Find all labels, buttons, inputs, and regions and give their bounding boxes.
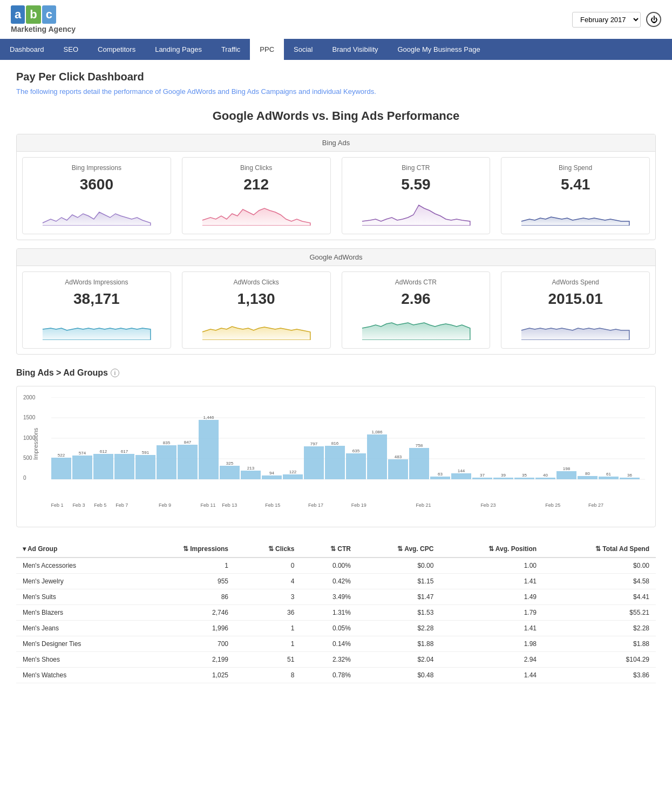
svg-rect-45 xyxy=(472,478,492,479)
cell-ctr: 3.49% xyxy=(301,589,357,605)
svg-text:325: 325 xyxy=(226,461,234,466)
main-content: Pay Per Click Dashboard The following re… xyxy=(0,60,672,694)
svg-rect-25 xyxy=(262,475,282,479)
cell-ctr: 0.42% xyxy=(301,574,357,589)
adwords-impressions-value: 38,171 xyxy=(31,290,162,308)
x-axis-labels: Feb 1 Feb 3 Feb 5 Feb 7 Feb 9 Feb 11 Feb… xyxy=(46,502,650,508)
svg-text:35: 35 xyxy=(522,473,527,478)
col-group[interactable]: ▾ Ad Group xyxy=(16,541,137,558)
bar-chart-title: Bing Ads > Ad Groups i xyxy=(16,368,656,378)
cell-clicks: 1 xyxy=(235,621,301,636)
svg-rect-13 xyxy=(135,455,155,479)
bing-ctr-sparkline xyxy=(350,199,482,226)
col-position[interactable]: ⇅ Avg. Position xyxy=(440,541,543,558)
company-name: Marketing Agency xyxy=(11,25,76,33)
bing-section-header: Bing Ads xyxy=(17,134,655,152)
cell-group: Men's Watches xyxy=(16,668,137,683)
svg-text:36: 36 xyxy=(627,473,632,478)
bing-impressions-label: Bing Impressions xyxy=(31,164,162,172)
nav-competitors[interactable]: Competitors xyxy=(88,39,145,60)
col-spend[interactable]: ⇅ Total Ad Spend xyxy=(543,541,656,558)
svg-rect-37 xyxy=(388,459,408,479)
header-right: February 2017 ⏻ xyxy=(572,12,661,28)
cell-cpc: $2.04 xyxy=(357,652,440,668)
bing-section: Bing Ads Bing Impressions 3600 Bing Clic… xyxy=(16,134,656,240)
cell-position: 1.00 xyxy=(440,558,543,574)
col-impressions[interactable]: ⇅ Impressions xyxy=(137,541,235,558)
cell-group: Men's Accessories xyxy=(16,558,137,574)
cell-spend: $1.88 xyxy=(543,636,656,652)
logo-letter-c: c xyxy=(42,5,56,24)
power-button[interactable]: ⏻ xyxy=(646,12,661,27)
cell-clicks: 0 xyxy=(235,558,301,574)
adwords-clicks-label: AdWords Clicks xyxy=(191,278,322,286)
adwords-impressions-label: AdWords Impressions xyxy=(31,278,162,286)
cell-ctr: 2.32% xyxy=(301,652,357,668)
svg-text:213: 213 xyxy=(247,466,255,471)
cell-group: Men's Jewelry xyxy=(16,574,137,589)
col-cpc[interactable]: ⇅ Avg. CPC xyxy=(357,541,440,558)
svg-text:39: 39 xyxy=(501,473,506,478)
cell-spend: $0.00 xyxy=(543,558,656,574)
nav-seo[interactable]: SEO xyxy=(54,39,88,60)
svg-text:847: 847 xyxy=(184,440,192,445)
cell-clicks: 8 xyxy=(235,668,301,683)
bing-impressions-sparkline xyxy=(31,199,162,226)
table-row: Men's Jeans 1,996 1 0.05% $2.28 1.41 $2.… xyxy=(16,621,656,636)
cell-position: 1.49 xyxy=(440,589,543,605)
cell-spend: $55.21 xyxy=(543,605,656,621)
cell-position: 1.79 xyxy=(440,605,543,621)
cell-clicks: 3 xyxy=(235,589,301,605)
nav-social[interactable]: Social xyxy=(284,39,322,60)
info-icon[interactable]: i xyxy=(111,369,119,377)
nav-ppc[interactable]: PPC xyxy=(250,39,284,60)
adwords-ctr-value: 2.96 xyxy=(350,290,482,308)
svg-rect-23 xyxy=(241,471,261,479)
svg-rect-5 xyxy=(51,458,71,479)
svg-rect-59 xyxy=(620,478,640,479)
bing-spend-label: Bing Spend xyxy=(510,164,641,172)
col-ctr[interactable]: ⇅ CTR xyxy=(301,541,357,558)
nav-landing-pages[interactable]: Landing Pages xyxy=(145,39,212,60)
svg-text:80: 80 xyxy=(585,471,590,476)
svg-rect-43 xyxy=(451,473,471,479)
y-axis-ticks: 2000 1500 1000 500 0 xyxy=(23,395,35,481)
svg-text:1,086: 1,086 xyxy=(371,430,383,434)
cell-spend: $4.58 xyxy=(543,574,656,589)
bing-impressions-value: 3600 xyxy=(31,176,162,193)
bing-spend-sparkline xyxy=(510,199,641,226)
svg-text:816: 816 xyxy=(331,441,339,446)
svg-rect-9 xyxy=(93,454,113,479)
svg-text:612: 612 xyxy=(100,449,107,454)
page-title: Pay Per Click Dashboard xyxy=(16,71,656,83)
svg-rect-31 xyxy=(325,446,345,479)
cell-cpc: $2.28 xyxy=(357,621,440,636)
nav-google-my-business[interactable]: Google My Business Page xyxy=(388,39,490,60)
bar-chart-svg: 5225746126175918358471,44632521394122797… xyxy=(46,397,650,500)
bing-clicks-value: 212 xyxy=(191,176,322,193)
nav-traffic[interactable]: Traffic xyxy=(212,39,250,60)
cell-ctr: 1.31% xyxy=(301,605,357,621)
cell-clicks: 51 xyxy=(235,652,301,668)
ad-groups-table: ▾ Ad Group ⇅ Impressions ⇅ Clicks ⇅ CTR … xyxy=(16,541,656,683)
adwords-spend-label: AdWords Spend xyxy=(510,278,641,286)
svg-rect-19 xyxy=(199,420,219,479)
svg-rect-39 xyxy=(409,448,429,479)
svg-text:63: 63 xyxy=(438,472,443,477)
svg-rect-55 xyxy=(578,476,598,479)
cell-cpc: $1.88 xyxy=(357,636,440,652)
svg-rect-11 xyxy=(114,454,134,479)
adwords-spend-value: 2015.01 xyxy=(510,290,641,308)
nav-dashboard[interactable]: Dashboard xyxy=(0,39,54,60)
bing-impressions-card: Bing Impressions 3600 xyxy=(22,157,171,234)
svg-text:617: 617 xyxy=(121,449,128,454)
svg-text:522: 522 xyxy=(58,453,65,458)
nav-brand-visibility[interactable]: Brand Visibility xyxy=(322,39,388,60)
adwords-clicks-value: 1,130 xyxy=(191,290,322,308)
svg-text:591: 591 xyxy=(142,450,150,455)
table-row: Men's Accessories 1 0 0.00% $0.00 1.00 $… xyxy=(16,558,656,574)
date-selector[interactable]: February 2017 xyxy=(572,12,641,28)
cell-position: 1.98 xyxy=(440,636,543,652)
col-clicks[interactable]: ⇅ Clicks xyxy=(235,541,301,558)
table-row: Men's Jewelry 955 4 0.42% $1.15 1.41 $4.… xyxy=(16,574,656,589)
